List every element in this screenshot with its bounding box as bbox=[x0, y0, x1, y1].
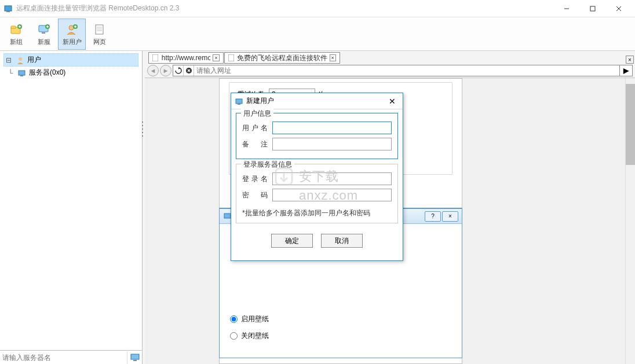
legend-user-info: 用户信息 bbox=[241, 109, 273, 119]
new-server-label: 新服 bbox=[38, 38, 50, 46]
dialog-title: 新建用户 bbox=[246, 96, 274, 106]
dialog-buttons: 确定 取消 bbox=[236, 228, 398, 255]
vertical-scrollbar[interactable] bbox=[625, 78, 635, 364]
server-search-input[interactable] bbox=[0, 352, 127, 363]
splitter-handle[interactable] bbox=[141, 120, 144, 138]
tab-1-label: http://www.remo bbox=[162, 54, 210, 62]
svg-rect-12 bbox=[42, 32, 45, 34]
minimize-button[interactable] bbox=[553, 1, 579, 17]
computer-icon-button[interactable] bbox=[127, 351, 142, 364]
tree-server-label: 服务器(0x0) bbox=[29, 68, 65, 78]
dialog-icon bbox=[235, 97, 244, 106]
svg-rect-20 bbox=[96, 25, 103, 34]
server-icon bbox=[17, 68, 27, 78]
refresh-button[interactable] bbox=[173, 65, 184, 76]
radio-enable-wallpaper[interactable] bbox=[230, 315, 238, 323]
new-user-label: 新用户 bbox=[63, 38, 82, 46]
tab-2-label: 免费的飞哈远程桌面连接软件 - bbox=[237, 53, 327, 63]
radio-disable-label: 关闭壁纸 bbox=[241, 331, 269, 341]
dialog-note: *批量给多个服务器添加同一用户名和密码 bbox=[242, 208, 392, 218]
user-icon bbox=[16, 56, 25, 65]
cancel-button[interactable]: 取消 bbox=[321, 234, 363, 248]
left-bottom-bar bbox=[0, 350, 142, 364]
svg-point-16 bbox=[69, 25, 74, 30]
titlebar: 远程桌面连接批量管理浏览器 RemoteDesktop.cn 2.3 bbox=[0, 0, 635, 17]
go-button[interactable]: ▶ bbox=[619, 65, 632, 76]
label-remark: 备 注 bbox=[242, 139, 268, 149]
new-user-dialog: 新建用户 ✕ 用户信息 用户名 备 注 登录服务器信息 登录名 密 码 bbox=[231, 93, 403, 261]
svg-rect-7 bbox=[11, 26, 16, 28]
svg-point-24 bbox=[19, 57, 22, 61]
wallpaper-disable-row[interactable]: 关闭壁纸 bbox=[220, 328, 462, 344]
svg-rect-3 bbox=[590, 6, 595, 11]
tree-item-user[interactable]: ⊟ 用户 bbox=[3, 53, 138, 67]
toolbar: 新组 新服 新用户 网页 bbox=[0, 17, 635, 51]
dialog-close-button[interactable]: ✕ bbox=[385, 95, 399, 107]
svg-rect-35 bbox=[224, 214, 231, 218]
svg-rect-27 bbox=[131, 354, 139, 359]
address-bar: ◄ ► ▶ bbox=[145, 64, 635, 78]
nav-forward-button[interactable]: ► bbox=[160, 65, 171, 76]
monitor-plus-icon bbox=[37, 23, 51, 36]
svg-rect-30 bbox=[228, 54, 234, 61]
wallpaper-enable-row[interactable]: 启用壁纸 bbox=[220, 311, 462, 328]
tree-view[interactable]: ⊟ 用户 └ 服务器(0x0) bbox=[0, 51, 142, 350]
new-server-button[interactable]: 新服 bbox=[30, 19, 58, 50]
label-username: 用户名 bbox=[242, 123, 268, 133]
nav-back-button[interactable]: ◄ bbox=[147, 65, 159, 76]
sub-close-button[interactable]: × bbox=[442, 211, 458, 222]
fieldset-user-info: 用户信息 用户名 备 注 bbox=[236, 113, 398, 159]
folder-plus-icon bbox=[9, 23, 23, 36]
label-password: 密 码 bbox=[242, 190, 268, 200]
new-group-label: 新组 bbox=[10, 38, 23, 46]
sub-help-button[interactable]: ? bbox=[425, 211, 441, 222]
tree-item-server[interactable]: └ 服务器(0x0) bbox=[3, 67, 138, 79]
svg-rect-29 bbox=[152, 54, 158, 61]
address-input-wrap: ▶ bbox=[173, 65, 633, 76]
svg-rect-28 bbox=[133, 360, 137, 361]
window-title: 远程桌面连接批量管理浏览器 RemoteDesktop.cn 2.3 bbox=[16, 3, 553, 13]
close-button[interactable] bbox=[605, 1, 632, 17]
address-input[interactable] bbox=[194, 67, 619, 75]
left-pane: ⊟ 用户 └ 服务器(0x0) bbox=[0, 51, 143, 364]
tab-1[interactable]: http://www.remo × bbox=[148, 52, 224, 64]
dialog-body: 用户信息 用户名 备 注 登录服务器信息 登录名 密 码 *批量给多个服务器添加… bbox=[231, 109, 403, 260]
svg-rect-0 bbox=[5, 6, 12, 11]
svg-rect-38 bbox=[238, 104, 240, 105]
web-page-button[interactable]: 网页 bbox=[86, 19, 114, 50]
ok-button[interactable]: 确定 bbox=[271, 234, 313, 248]
radio-enable-label: 启用壁纸 bbox=[241, 314, 269, 324]
radio-disable-wallpaper[interactable] bbox=[230, 332, 238, 340]
new-group-button[interactable]: 新组 bbox=[2, 19, 30, 50]
fieldset-login-info: 登录服务器信息 登录名 密 码 *批量给多个服务器添加同一用户名和密码 bbox=[236, 164, 398, 223]
expand-icon[interactable]: ⊟ bbox=[4, 56, 13, 64]
user-plus-icon bbox=[65, 23, 79, 36]
page-icon bbox=[228, 54, 235, 61]
tree-user-label: 用户 bbox=[27, 55, 41, 65]
input-remark[interactable] bbox=[272, 138, 392, 150]
svg-rect-26 bbox=[20, 75, 23, 76]
tab-1-close[interactable]: × bbox=[213, 54, 220, 61]
input-login[interactable] bbox=[272, 172, 392, 185]
maximize-button[interactable] bbox=[579, 1, 605, 17]
page-icon bbox=[152, 54, 159, 61]
svg-rect-37 bbox=[236, 99, 242, 104]
input-password[interactable] bbox=[272, 189, 392, 201]
page-icon bbox=[93, 23, 107, 36]
tab-2[interactable]: 免费的飞哈远程桌面连接软件 - × bbox=[224, 52, 340, 64]
stop-button[interactable] bbox=[184, 65, 194, 76]
blank-icon: └ bbox=[6, 69, 15, 77]
web-page-label: 网页 bbox=[93, 38, 106, 46]
svg-rect-25 bbox=[19, 71, 25, 75]
input-username[interactable] bbox=[272, 122, 392, 134]
tabs-close-all[interactable]: × bbox=[626, 56, 634, 64]
app-icon bbox=[3, 4, 13, 13]
new-user-button[interactable]: 新用户 bbox=[58, 19, 86, 50]
tab-2-close[interactable]: × bbox=[330, 54, 337, 61]
dialog-titlebar[interactable]: 新建用户 ✕ bbox=[231, 93, 403, 109]
svg-rect-1 bbox=[6, 11, 10, 12]
browser-tabs: http://www.remo × 免费的飞哈远程桌面连接软件 - × × bbox=[145, 51, 635, 64]
label-login: 登录名 bbox=[242, 174, 268, 184]
scrollbar-thumb[interactable] bbox=[626, 84, 635, 165]
legend-login-info: 登录服务器信息 bbox=[241, 160, 294, 170]
